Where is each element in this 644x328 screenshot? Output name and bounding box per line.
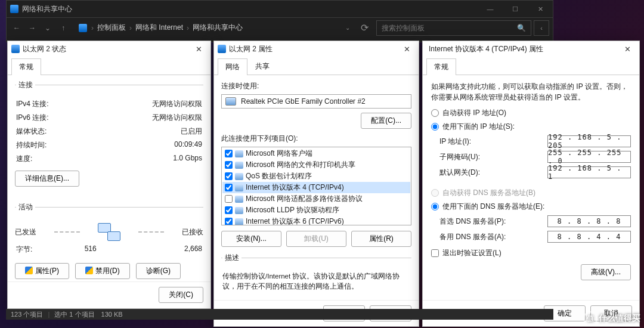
nav-bar: ← → ⌄ ↑ › 控制面板 › 网络和 Internet › 网络和共享中心 … bbox=[7, 17, 553, 38]
bc-arrow: › bbox=[187, 24, 189, 32]
component-icon bbox=[235, 218, 243, 225]
radio-static-ip[interactable] bbox=[431, 123, 439, 131]
ip-address-label: IP 地址(I): bbox=[439, 137, 547, 147]
item-checkbox[interactable] bbox=[225, 195, 233, 203]
item-label: QoS 数据包计划程序 bbox=[246, 171, 312, 181]
bc-arrow: › bbox=[91, 24, 94, 32]
network-items-list[interactable]: Microsoft 网络客户端Microsoft 网络的文件和打印机共享QoS … bbox=[221, 147, 411, 225]
item-checkbox[interactable] bbox=[225, 206, 233, 214]
radio-auto-ip[interactable] bbox=[431, 109, 439, 117]
list-item[interactable]: Internet 协议版本 6 (TCP/IPv6) bbox=[222, 216, 410, 225]
validate-label: 退出时验证设置(L) bbox=[442, 248, 501, 258]
duration-label: 持续时间: bbox=[16, 140, 47, 150]
item-label: Microsoft 网络适配器多路传送器协议 bbox=[246, 194, 363, 204]
maximize-button[interactable]: ☐ bbox=[503, 1, 528, 17]
description-label: 描述 bbox=[222, 253, 242, 263]
item-properties-button[interactable]: 属性(R) bbox=[351, 231, 411, 247]
back-button[interactable]: ← bbox=[10, 21, 23, 35]
component-icon bbox=[235, 162, 243, 169]
radio-auto-dns-label: 自动获得 DNS 服务器地址(B) bbox=[442, 188, 535, 198]
duration-value: 00:09:49 bbox=[174, 140, 202, 150]
list-item[interactable]: Microsoft 网络适配器多路传送器协议 bbox=[222, 193, 410, 205]
address-dropdown[interactable]: ⌄ bbox=[339, 24, 356, 31]
shield-icon bbox=[85, 267, 93, 274]
breadcrumb-item[interactable]: 网络和 Internet bbox=[135, 23, 183, 33]
dialog-title: 以太网 2 状态 bbox=[23, 44, 190, 54]
nav-extra-button[interactable]: ‹ bbox=[534, 20, 549, 36]
tab-general[interactable]: 常规 bbox=[11, 58, 41, 75]
bytes-label: 字节: bbox=[16, 245, 32, 255]
sent-value: 516 bbox=[85, 245, 97, 255]
recent-button[interactable]: ⌄ bbox=[41, 21, 54, 35]
list-item[interactable]: Microsoft 网络客户端 bbox=[222, 148, 410, 159]
refresh-button[interactable]: ⟳ bbox=[356, 22, 373, 33]
connection-section: 连接 bbox=[16, 80, 35, 90]
subnet-mask-input[interactable]: 255 . 255 . 255 . 0 bbox=[547, 151, 631, 163]
preferred-dns-label: 首选 DNS 服务器(P): bbox=[439, 216, 547, 227]
close-dialog-button[interactable]: 关闭(C) bbox=[159, 287, 203, 303]
item-checkbox[interactable] bbox=[225, 184, 233, 191]
description-text: 传输控制协议/Internet 协议。该协议是默认的广域网络协议，用于在不同的相… bbox=[214, 270, 419, 296]
app-icon bbox=[10, 5, 18, 13]
list-item[interactable]: QoS 数据包计划程序 bbox=[222, 171, 410, 182]
close-button[interactable]: ✕ bbox=[528, 1, 553, 17]
radio-static-dns[interactable] bbox=[431, 203, 439, 211]
item-label: Internet 协议版本 6 (TCP/IPv6) bbox=[246, 216, 344, 225]
alternate-dns-input[interactable]: 8 . 8 . 4 . 4 bbox=[547, 231, 631, 243]
advanced-button[interactable]: 高级(V)... bbox=[581, 264, 631, 280]
uninstall-button[interactable]: 卸载(U) bbox=[286, 231, 346, 247]
item-label: Microsoft 网络的文件和打印机共享 bbox=[246, 160, 355, 170]
gateway-label: 默认网关(D): bbox=[439, 168, 547, 178]
list-item[interactable]: Microsoft 网络的文件和打印机共享 bbox=[222, 159, 410, 171]
ipv4-label: IPv4 连接: bbox=[16, 99, 49, 109]
tab-general[interactable]: 常规 bbox=[426, 58, 456, 75]
search-box[interactable]: 🔍 bbox=[376, 20, 531, 36]
forward-button[interactable]: → bbox=[26, 21, 39, 35]
disable-button[interactable]: 禁用(D) bbox=[75, 263, 130, 279]
properties-button[interactable]: 属性(P) bbox=[15, 263, 69, 279]
media-value: 已启用 bbox=[181, 126, 202, 137]
dialog-close-button[interactable]: ✕ bbox=[398, 45, 415, 54]
title-bar: 网络和共享中心 — ☐ ✕ bbox=[7, 1, 553, 17]
list-item[interactable]: Microsoft LLDP 协议驱动程序 bbox=[222, 205, 410, 216]
ip-address-input[interactable]: 192 . 168 . 5 . 205 bbox=[547, 135, 631, 147]
dialog-icon bbox=[11, 45, 20, 53]
preferred-dns-input[interactable]: 8 . 8 . 8 . 8 bbox=[547, 215, 631, 227]
dialog-close-button[interactable]: ✕ bbox=[619, 45, 636, 54]
item-count: 123 个项目 bbox=[11, 310, 43, 319]
dialog-close-button[interactable]: ✕ bbox=[190, 45, 207, 54]
intro-text: 如果网络支持此功能，则可以获取自动指派的 IP 设置。否则，你需要从网络系统管理… bbox=[423, 75, 639, 106]
status-bar: 123 个项目 | 选中 1 个项目 130 KB bbox=[6, 309, 553, 320]
up-button[interactable]: ↑ bbox=[57, 21, 70, 35]
minimize-button[interactable]: — bbox=[478, 1, 503, 17]
list-item[interactable]: Internet 协议版本 4 (TCP/IPv4) bbox=[222, 182, 410, 193]
gateway-input[interactable]: 192 . 168 . 5 . 1 bbox=[547, 166, 631, 178]
component-icon bbox=[235, 196, 243, 203]
dialog-icon bbox=[218, 45, 226, 53]
item-checkbox[interactable] bbox=[225, 172, 233, 180]
radio-static-ip-label: 使用下面的 IP 地址(S): bbox=[442, 122, 515, 132]
sent-label: 已发送 bbox=[15, 227, 36, 237]
network-activity-icon bbox=[98, 223, 120, 241]
item-checkbox[interactable] bbox=[225, 218, 233, 225]
diagnose-button[interactable]: 诊断(G) bbox=[136, 263, 181, 279]
install-button[interactable]: 安装(N)... bbox=[221, 231, 281, 247]
radio-static-dns-label: 使用下面的 DNS 服务器地址(E): bbox=[442, 202, 544, 212]
configure-button[interactable]: 配置(C)... bbox=[361, 113, 411, 129]
component-icon bbox=[235, 173, 243, 180]
search-input[interactable] bbox=[382, 24, 517, 32]
ethernet-status-dialog: 以太网 2 状态 ✕ 常规 连接 IPv4 连接:无网络访问权限 IPv6 连接… bbox=[7, 41, 211, 309]
tab-sharing[interactable]: 共享 bbox=[247, 58, 277, 75]
breadcrumb[interactable]: › 控制面板 › 网络和 Internet › 网络和共享中心 bbox=[77, 23, 244, 33]
tab-networking[interactable]: 网络 bbox=[218, 58, 247, 75]
validate-checkbox[interactable] bbox=[431, 249, 439, 257]
received-label: 已接收 bbox=[182, 227, 203, 237]
breadcrumb-item[interactable]: 控制面板 bbox=[97, 23, 126, 33]
item-checkbox[interactable] bbox=[225, 150, 233, 157]
ipv6-label: IPv6 连接: bbox=[16, 113, 49, 123]
breadcrumb-item[interactable]: 网络和共享中心 bbox=[193, 23, 243, 33]
item-checkbox[interactable] bbox=[225, 161, 233, 169]
nic-icon bbox=[225, 97, 236, 106]
radio-auto-dns bbox=[431, 189, 439, 197]
details-button[interactable]: 详细信息(E)... bbox=[15, 171, 79, 187]
